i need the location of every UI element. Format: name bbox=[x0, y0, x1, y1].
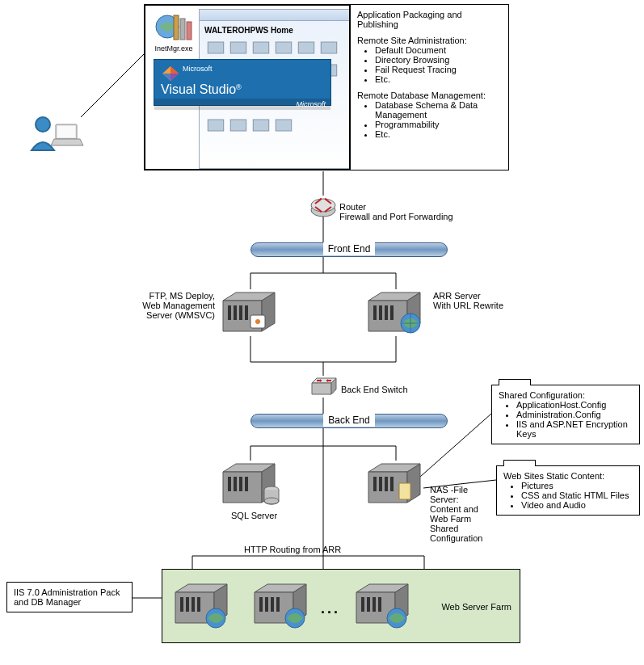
user-with-laptop-icon bbox=[28, 113, 85, 155]
list-item: Fail Request Tracing bbox=[375, 65, 502, 74]
static-content-callout: Web Sites Static Content: Pictures CSS a… bbox=[496, 465, 640, 516]
svg-rect-65 bbox=[373, 477, 377, 491]
svg-rect-57 bbox=[390, 305, 394, 320]
svg-rect-54 bbox=[373, 305, 377, 320]
svg-rect-51 bbox=[245, 305, 248, 320]
back-end-bar: Back End bbox=[250, 414, 448, 428]
svg-rect-29 bbox=[187, 22, 192, 40]
svg-rect-28 bbox=[180, 19, 185, 40]
svg-rect-35 bbox=[321, 42, 336, 53]
svg-rect-32 bbox=[253, 42, 268, 53]
list-item: Video and Audio bbox=[521, 500, 633, 510]
svg-rect-70 bbox=[180, 597, 183, 612]
svg-rect-59 bbox=[228, 477, 231, 491]
farm-server-icon bbox=[170, 581, 235, 633]
inetmgr-label: InetMgr.exe bbox=[150, 44, 197, 53]
vs-product-name: Visual Studio bbox=[161, 82, 236, 96]
http-routing-label: HTTP Routing from ARR bbox=[244, 545, 341, 554]
web-farm-label: Web Server Farm bbox=[441, 602, 511, 612]
list-item: Etc. bbox=[375, 74, 502, 84]
nas-server-icon bbox=[364, 461, 428, 509]
svg-point-53 bbox=[255, 319, 260, 324]
svg-rect-31 bbox=[230, 42, 246, 53]
list-item: Default Document bbox=[375, 45, 502, 55]
switch-label: Back End Switch bbox=[341, 385, 408, 394]
svg-rect-72 bbox=[192, 597, 195, 612]
list-item: Administration.Config bbox=[516, 410, 633, 419]
svg-rect-76 bbox=[265, 597, 268, 612]
svg-rect-80 bbox=[361, 597, 364, 612]
svg-rect-60 bbox=[234, 477, 237, 491]
list-item: CSS and Static HTML Files bbox=[521, 490, 633, 500]
arr-server-label: ARR Server With URL Rewrite bbox=[433, 291, 503, 310]
svg-rect-82 bbox=[373, 597, 376, 612]
svg-rect-75 bbox=[259, 597, 263, 612]
svg-rect-44 bbox=[253, 120, 268, 131]
svg-rect-34 bbox=[298, 42, 314, 53]
remote-db-list: Database Schema & Data Management Progra… bbox=[375, 100, 502, 139]
svg-rect-73 bbox=[197, 597, 200, 612]
shared-config-callout: Shared Configuration: ApplicationHost.Co… bbox=[491, 385, 640, 444]
svg-line-0 bbox=[81, 48, 149, 117]
svg-rect-71 bbox=[186, 597, 189, 612]
svg-rect-62 bbox=[245, 477, 248, 491]
svg-rect-43 bbox=[230, 120, 246, 131]
list-item: Directory Browsing bbox=[375, 55, 502, 65]
ellipsis: ... bbox=[321, 600, 340, 617]
list-item: Etc. bbox=[375, 129, 502, 139]
svg-rect-83 bbox=[378, 597, 381, 612]
static-content-title: Web Sites Static Content: bbox=[503, 471, 633, 481]
router-label: Router Firewall and Port Forwarding bbox=[339, 202, 453, 221]
visual-studio-logo: Microsoft Visual Studio® Microsoft bbox=[154, 59, 331, 106]
sql-server-icon bbox=[218, 461, 288, 511]
arr-server-icon bbox=[364, 289, 428, 338]
list-item: IIS and ASP.NET Encryption Keys bbox=[516, 419, 633, 439]
svg-rect-50 bbox=[239, 305, 242, 320]
list-item: ApplicationHost.Config bbox=[516, 400, 633, 410]
nas-server-label: NAS -File Server: Content and Web Farm S… bbox=[430, 485, 488, 543]
svg-rect-78 bbox=[276, 597, 280, 612]
svg-point-47 bbox=[311, 199, 335, 212]
iis-admin-callout: IIS 7.0 Administration Pack and DB Manag… bbox=[6, 582, 133, 612]
iis-panel-title: WALTEROHPWS Home bbox=[204, 26, 293, 35]
router-icon bbox=[310, 194, 336, 220]
svg-rect-56 bbox=[385, 305, 388, 320]
svg-rect-55 bbox=[379, 305, 382, 320]
remote-admin-title: Remote Site Administration: bbox=[357, 36, 502, 45]
svg-rect-42 bbox=[208, 120, 223, 131]
svg-rect-69 bbox=[399, 483, 410, 499]
inetmgr-icon: InetMgr.exe bbox=[150, 11, 197, 53]
features-panel: Application Packaging and Publishing Rem… bbox=[349, 4, 509, 170]
list-item: Pictures bbox=[521, 481, 633, 490]
shared-config-title: Shared Configuration: bbox=[499, 390, 633, 400]
list-item: Database Schema & Data Management bbox=[375, 100, 502, 120]
remote-db-title: Remote Database Management: bbox=[357, 90, 502, 100]
svg-rect-25 bbox=[57, 126, 75, 137]
svg-rect-81 bbox=[367, 597, 370, 612]
svg-rect-68 bbox=[390, 477, 394, 491]
mgmt-server-label: FTP, MS Deploy, Web Management Server (W… bbox=[133, 291, 215, 320]
farm-server-icon bbox=[351, 581, 416, 633]
svg-rect-77 bbox=[271, 597, 274, 612]
list-item: Programmability bbox=[375, 120, 502, 129]
svg-rect-30 bbox=[208, 42, 223, 53]
svg-point-23 bbox=[36, 117, 50, 132]
svg-rect-49 bbox=[234, 305, 237, 320]
svg-rect-45 bbox=[276, 120, 291, 131]
switch-icon bbox=[310, 375, 338, 401]
svg-rect-48 bbox=[228, 305, 231, 320]
packaging-title: Application Packaging and Publishing bbox=[357, 10, 502, 29]
remote-admin-list: Default Document Directory Browsing Fail… bbox=[375, 45, 502, 84]
sql-server-label: SQL Server bbox=[231, 511, 277, 520]
farm-server-icon bbox=[250, 581, 314, 633]
svg-rect-61 bbox=[239, 477, 242, 491]
svg-rect-67 bbox=[385, 477, 388, 491]
front-end-bar: Front End bbox=[250, 242, 448, 257]
svg-rect-66 bbox=[379, 477, 382, 491]
svg-rect-27 bbox=[174, 15, 179, 40]
web-server-farm: ... Web Server Farm bbox=[162, 569, 520, 643]
svg-rect-33 bbox=[276, 42, 291, 53]
mgmt-server-icon bbox=[218, 289, 283, 338]
